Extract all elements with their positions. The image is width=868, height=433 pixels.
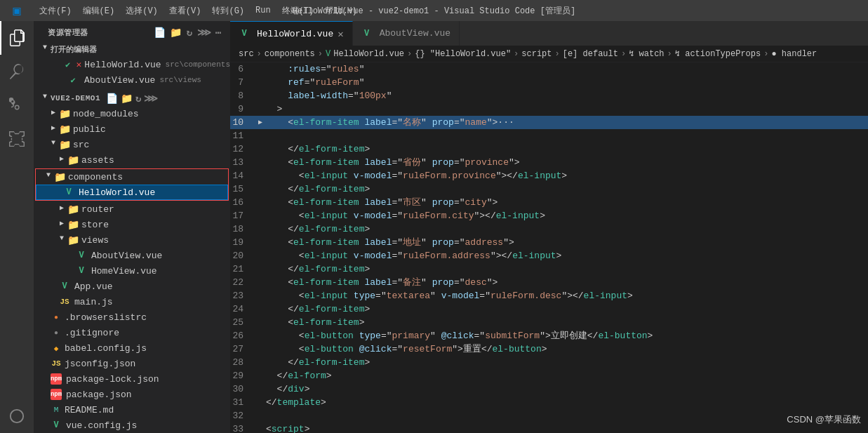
app-vue-file[interactable]: V App.vue (34, 279, 230, 294)
helloworld-vue-icon: V (63, 187, 74, 198)
src-folder-icon: 📁 (59, 139, 70, 150)
components-box: 📁 components V HelloWorld.vue (35, 168, 229, 201)
new-file-icon[interactable]: 📄 (154, 27, 166, 39)
package-json-file[interactable]: npm package.json (34, 387, 230, 402)
views-folder[interactable]: 📁 views (34, 232, 230, 248)
bc-default[interactable]: [e] default (563, 49, 618, 59)
code-line-17: 17 <el-input v-model="ruleForm.city"></e… (230, 209, 868, 222)
public-folder-icon: 📁 (59, 124, 70, 135)
bc-obj[interactable]: {} "HelloWorld.vue" (415, 49, 511, 59)
sidebar-title: 资源管理器 (48, 27, 88, 38)
bc-components[interactable]: components (265, 49, 315, 59)
tab-helloworld-close[interactable]: ✕ (338, 28, 343, 40)
store-folder-icon: 📁 (67, 219, 79, 230)
code-line-15: 15 </el-form-item> (230, 182, 868, 196)
jsconfig-file[interactable]: JS jsconfig.json (34, 356, 230, 371)
app-vue-icon: V (59, 281, 70, 292)
bc-file[interactable]: HelloWorld.vue (333, 49, 404, 59)
activity-bar (0, 21, 34, 433)
tabs-bar: V HelloWorld.vue ✕ V AboutView.vue (230, 21, 868, 46)
sidebar-content: 打开的编辑器 ✔ ✕ HelloWorld.vue src\components… (34, 41, 230, 433)
public-folder[interactable]: 📁 public (34, 121, 230, 137)
sidebar: 资源管理器 📄 📁 ↻ ⋙ ⋯ 打开的编辑器 ✔ ✕ HelloWorld.vu… (34, 21, 230, 433)
extensions-icon[interactable] (0, 122, 34, 156)
bc-script[interactable]: script (521, 49, 552, 59)
menu-edit[interactable]: 编辑(E) (77, 0, 121, 21)
sidebar-actions: 📄 📁 ↻ ⋙ ⋯ (154, 27, 222, 39)
menu-run[interactable]: Run (250, 0, 276, 21)
packagejson-icon: npm (51, 389, 62, 400)
src-folder[interactable]: 📁 src (34, 137, 230, 152)
homeview-icon: V (76, 265, 87, 277)
gitignore-icon: ● (51, 327, 62, 338)
jsconfig-icon: JS (51, 358, 62, 369)
more-actions-icon[interactable]: ⋯ (215, 27, 222, 39)
menu-goto[interactable]: 转到(G) (206, 0, 250, 21)
main-js-file[interactable]: JS main.js (34, 294, 230, 309)
new-folder-icon[interactable]: 📁 (170, 27, 182, 39)
vue-config-file[interactable]: V vue.config.js (34, 418, 230, 433)
code-line-25: 25 <el-form-item> (230, 316, 868, 329)
refresh-btn[interactable]: ↻ (135, 93, 141, 105)
router-folder-icon: 📁 (67, 204, 79, 215)
code-line-9: 9 > (230, 102, 868, 116)
components-folder[interactable]: 📁 components (36, 169, 228, 185)
tab-aboutview[interactable]: V AboutView.vue (353, 21, 460, 46)
bc-watch[interactable]: ↯ watch (629, 48, 664, 59)
code-line-21: 21 </el-form-item> (230, 262, 868, 276)
package-lock-icon: npm (51, 373, 62, 385)
readme-file[interactable]: M README.md (34, 402, 230, 418)
menu-terminal[interactable]: 终端(T) (276, 0, 320, 21)
source-control-icon[interactable] (0, 88, 34, 122)
code-line-12: 12 </el-form-item> (230, 142, 868, 156)
code-content: 6 :rules="rules" 7 ref="ruleForm" 8 labe… (230, 62, 868, 433)
bc-src[interactable]: src (239, 49, 254, 59)
open-editors-label: 打开的编辑器 (51, 44, 97, 55)
vue-config-icon: V (51, 420, 62, 431)
bc-handler[interactable]: ● handler (771, 49, 817, 59)
bc-actiontype[interactable]: ↯ actionTypeProps (675, 48, 761, 59)
babel-icon: ◆ (51, 342, 62, 354)
code-line-32: 32 (230, 409, 868, 422)
project-section[interactable]: VUE2-DEMO1 📄 📁 ↻ ⋙ (34, 91, 230, 106)
menu-file[interactable]: 文件(F) (34, 0, 77, 21)
package-lock-file[interactable]: npm package-lock.json (34, 371, 230, 387)
store-folder[interactable]: 📁 store (34, 217, 230, 232)
explorer-icon[interactable] (0, 21, 34, 55)
collapse-icon[interactable]: ⋙ (197, 27, 212, 39)
refresh-icon[interactable]: ↻ (187, 27, 193, 39)
open-editors-section[interactable]: 打开的编辑器 (34, 41, 230, 57)
gitignore-file[interactable]: ● .gitignore (34, 325, 230, 340)
code-line-8: 8 label-width="100px" (230, 89, 868, 102)
editor-area: V HelloWorld.vue ✕ V AboutView.vue src ›… (230, 21, 868, 433)
assets-folder[interactable]: 📁 assets (34, 152, 230, 168)
tab-helloworld[interactable]: V HelloWorld.vue ✕ (230, 21, 353, 46)
homeview-file[interactable]: V HomeView.vue (34, 263, 230, 279)
code-line-30: 30 </div> (230, 382, 868, 396)
search-icon[interactable] (0, 55, 34, 88)
tab-aboutview-label: AboutView.vue (380, 28, 450, 39)
aboutview-icon: V (76, 250, 87, 261)
node-modules-folder[interactable]: 📁 node_modules (34, 106, 230, 121)
remote-icon[interactable] (0, 399, 34, 433)
breadcrumb: src › components › V HelloWorld.vue › {}… (230, 46, 868, 62)
open-file-helloworld[interactable]: ✔ ✕ HelloWorld.vue src\components (34, 57, 230, 72)
helloworld-file[interactable]: V HelloWorld.vue (36, 185, 228, 200)
router-folder[interactable]: 📁 router (34, 201, 230, 217)
collapse-btn[interactable]: ⋙ (144, 93, 158, 105)
code-line-6: 6 :rules="rules" (230, 62, 868, 76)
vue-icon-2: ✔ (67, 74, 79, 86)
open-file-aboutview[interactable]: ✔ AboutView.vue src\views (34, 72, 230, 88)
code-editor[interactable]: 6 :rules="rules" 7 ref="ruleForm" 8 labe… (230, 62, 868, 433)
menu-bar: ▣ 文件(F) 编辑(E) 选择(V) 查看(V) 转到(G) Run 终端(T… (0, 0, 363, 21)
vue-icon-1: ✔ (62, 59, 74, 70)
menu-help[interactable]: 帮助(H) (319, 0, 363, 21)
menu-select[interactable]: 选择(V) (120, 0, 163, 21)
babel-config-file[interactable]: ◆ babel.config.js (34, 340, 230, 356)
browserslistrc-file[interactable]: ● .browserslistrc (34, 309, 230, 325)
menu-view[interactable]: 查看(V) (163, 0, 207, 21)
new-file-btn[interactable]: 📄 (106, 93, 118, 105)
new-folder-btn[interactable]: 📁 (121, 93, 133, 105)
aboutview-file[interactable]: V AboutView.vue (34, 248, 230, 263)
sidebar-header: 资源管理器 📄 📁 ↻ ⋙ ⋯ (34, 21, 230, 41)
